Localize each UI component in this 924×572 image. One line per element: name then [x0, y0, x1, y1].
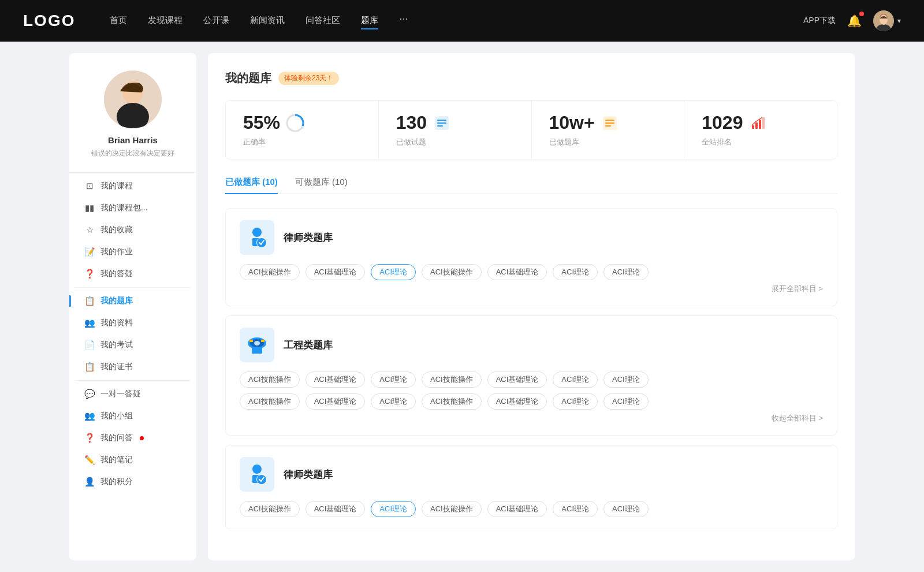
stat-done-banks: 10w+ 已做题库: [532, 101, 685, 159]
sidebar-item-label: 我的考试: [100, 340, 133, 350]
notes-icon: ✏️: [84, 455, 95, 465]
tag[interactable]: ACI基础理论: [487, 501, 547, 517]
tag[interactable]: ACI基础理论: [305, 372, 366, 388]
sidebar-item-label: 我的问答: [100, 433, 133, 443]
tab-available-banks[interactable]: 可做题库 (10): [295, 177, 348, 194]
navbar-right: APP下载 🔔 ▾: [803, 10, 901, 31]
tag[interactable]: ACI基础理论: [487, 372, 547, 388]
tag[interactable]: ACI技能操作: [240, 501, 300, 517]
tag[interactable]: ACI技能操作: [422, 264, 482, 280]
chat-icon: 💬: [84, 389, 95, 399]
svg-rect-12: [437, 122, 446, 124]
tag[interactable]: ACI基础理论: [305, 501, 366, 517]
qa-icon: ❓: [84, 269, 95, 279]
tag[interactable]: ACI基础理论: [487, 393, 547, 410]
tag[interactable]: ACI技能操作: [422, 372, 482, 388]
notification-bell[interactable]: 🔔: [847, 14, 862, 28]
avatar-image: [873, 10, 894, 31]
sidebar-item-homework[interactable]: 📝 我的作业: [75, 241, 191, 263]
sidebar-item-notes[interactable]: ✏️ 我的笔记: [75, 449, 191, 471]
sidebar-item-label: 一对一答疑: [100, 389, 141, 399]
package-icon: ▮▮: [84, 203, 95, 213]
collapse-link[interactable]: 收起全部科目 >: [240, 413, 823, 424]
nav-news[interactable]: 新闻资讯: [250, 13, 285, 29]
sidebar-item-questions[interactable]: ❓ 我的问答: [75, 427, 191, 449]
expand-link-1[interactable]: 展开全部科目 >: [240, 284, 823, 294]
bank-avatar-engineer: [240, 328, 274, 362]
svg-rect-17: [605, 125, 611, 127]
bank-tags-1: ACI技能操作 ACI基础理论 ACI理论 ACI技能操作 ACI基础理论 AC…: [240, 264, 823, 280]
notification-badge: [859, 12, 864, 16]
sidebar-item-my-courses[interactable]: ⊡ 我的课程: [75, 175, 191, 197]
sidebar-item-exam[interactable]: 📄 我的考试: [75, 334, 191, 356]
nav-more[interactable]: ···: [399, 13, 408, 29]
sidebar-item-course-package[interactable]: ▮▮ 我的课程包...: [75, 197, 191, 219]
sidebar-item-label: 我的笔记: [100, 455, 133, 465]
nav-courses[interactable]: 发现课程: [148, 13, 182, 29]
tag-selected[interactable]: ACI理论: [371, 264, 416, 280]
tag[interactable]: ACI理论: [553, 393, 598, 410]
stat-top-accuracy: 55%: [243, 112, 361, 133]
navbar: LOGO 首页 发现课程 公开课 新闻资讯 问答社区 题库 ··· APP下载 …: [0, 0, 924, 42]
list-blue-icon: [433, 114, 451, 132]
user-avatar-sidebar: [104, 70, 162, 128]
sidebar-item-materials[interactable]: 👥 我的资料: [75, 312, 191, 334]
tag[interactable]: ACI理论: [371, 393, 416, 410]
bank-tags-engineer: ACI技能操作 ACI基础理论 ACI理论 ACI技能操作 ACI基础理论 AC…: [240, 372, 823, 410]
materials-icon: 👥: [84, 318, 95, 328]
nav-menu: 首页 发现课程 公开课 新闻资讯 问答社区 题库 ···: [110, 13, 803, 29]
tag-selected[interactable]: ACI理论: [371, 501, 416, 517]
sidebar-item-quiz-bank[interactable]: 📋 我的题库: [75, 290, 191, 312]
stats-row: 55% 正确率 130: [225, 100, 837, 159]
bank-name-1: 律师类题库: [284, 231, 333, 244]
sidebar-item-points[interactable]: 👤 我的积分: [75, 471, 191, 493]
app-download-button[interactable]: APP下载: [803, 16, 836, 26]
nav-home[interactable]: 首页: [110, 13, 127, 29]
sidebar-item-favorites[interactable]: ☆ 我的收藏: [75, 219, 191, 241]
nav-open[interactable]: 公开课: [203, 13, 229, 29]
bank-card-header-2: 工程类题库: [240, 328, 823, 362]
sidebar: Brian Harris 错误的决定比没有决定要好 ⊡ 我的课程 ▮▮ 我的课程…: [69, 53, 196, 560]
tag[interactable]: ACI技能操作: [240, 264, 300, 280]
sidebar-motto: 错误的决定比没有决定要好: [91, 148, 174, 158]
tag[interactable]: ACI基础理论: [305, 393, 366, 410]
bank-card-lawyer-1: 律师类题库 ACI技能操作 ACI基础理论 ACI理论 ACI技能操作 ACI基…: [225, 208, 837, 306]
sidebar-item-label: 我的答疑: [100, 269, 133, 279]
trial-badge: 体验剩余23天！: [278, 72, 339, 85]
tag[interactable]: ACI理论: [553, 372, 598, 388]
tag[interactable]: ACI技能操作: [240, 393, 300, 410]
tag[interactable]: ACI理论: [603, 372, 649, 388]
questions-icon: ❓: [84, 433, 95, 443]
nav-qa[interactable]: 问答社区: [305, 13, 340, 29]
stat-value-banks: 10w+: [549, 112, 595, 133]
tag[interactable]: ACI理论: [603, 264, 649, 280]
svg-rect-19: [755, 122, 758, 129]
sidebar-item-label: 我的题库: [100, 296, 133, 306]
stat-top-ranking: 1029: [702, 112, 819, 133]
sidebar-item-certificate[interactable]: 📋 我的证书: [75, 356, 191, 378]
sidebar-item-qa[interactable]: ❓ 我的答疑: [75, 263, 191, 285]
tag[interactable]: ACI理论: [371, 372, 416, 388]
svg-rect-15: [605, 120, 614, 121]
bank-card-header-3: 律师类题库: [240, 457, 823, 492]
bank-tags-3: ACI技能操作 ACI基础理论 ACI理论 ACI技能操作 ACI基础理论 AC…: [240, 501, 823, 517]
sidebar-item-group[interactable]: 👥 我的小组: [75, 405, 191, 427]
tab-done-banks[interactable]: 已做题库 (10): [225, 177, 278, 194]
sidebar-item-one-on-one[interactable]: 💬 一对一答疑: [75, 383, 191, 405]
tag[interactable]: ACI理论: [603, 393, 649, 410]
tag[interactable]: ACI技能操作: [422, 393, 482, 410]
nav-quiz[interactable]: 题库: [361, 13, 378, 29]
user-avatar-nav[interactable]: ▾: [873, 10, 901, 31]
logo[interactable]: LOGO: [23, 12, 75, 30]
stat-value-accuracy: 55%: [243, 112, 280, 133]
tag[interactable]: ACI基础理论: [487, 264, 547, 280]
tag[interactable]: ACI理论: [553, 264, 598, 280]
svg-rect-30: [261, 340, 264, 342]
tag[interactable]: ACI基础理论: [305, 264, 366, 280]
tag[interactable]: ACI理论: [603, 501, 649, 517]
sidebar-item-label: 我的证书: [100, 362, 133, 372]
tag[interactable]: ACI技能操作: [422, 501, 482, 517]
tag[interactable]: ACI技能操作: [240, 372, 300, 388]
tag[interactable]: ACI理论: [553, 501, 598, 517]
main-content: 我的题库 体验剩余23天！ 55% 正确率: [208, 53, 855, 560]
